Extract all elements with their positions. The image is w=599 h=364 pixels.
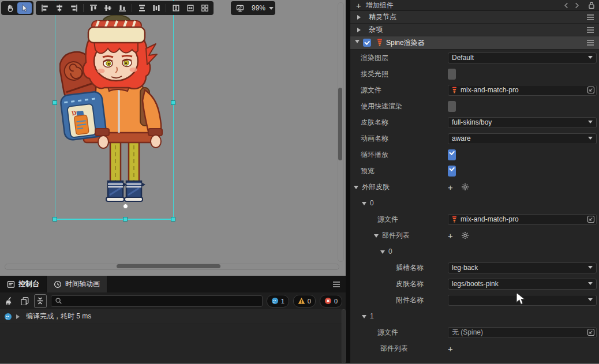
align-vertical-center-button[interactable] [100,2,115,14]
parts-list-group[interactable]: 部件列表 [350,227,599,243]
add-item-button[interactable] [448,183,453,192]
parts-list-empty-group[interactable]: 部件列表 [350,340,599,357]
spine-renderer-header[interactable]: Spine渲染器 [350,36,599,50]
prop-label: 循环播放 [350,150,388,160]
chevron-down-icon [588,121,593,126]
collapse-icon[interactable] [362,315,366,321]
character-sprite[interactable]: Dr [59,15,169,211]
hand-tool-button[interactable] [3,2,17,14]
sprite-node-header[interactable]: 精灵节点 [350,11,599,24]
tool-group-navigation [1,1,33,15]
chevron-down-icon [588,266,593,271]
zoom-level-dropdown[interactable]: 99% [231,1,275,15]
component-enabled-checkbox[interactable] [363,39,371,47]
clock-icon [54,280,62,288]
select-tool-button[interactable] [17,2,32,14]
error-count-badge[interactable]: 0 [320,295,342,307]
clear-console-button[interactable] [3,295,15,307]
history-back-button[interactable] [561,1,571,10]
preview-checkbox[interactable] [448,166,456,177]
asset-picker-icon[interactable] [587,86,595,94]
settings-icon[interactable] [461,231,469,239]
gizmo-handle-bottom-right[interactable] [171,217,175,222]
gizmo-handle-bottom-center[interactable] [123,217,128,222]
tab-console[interactable]: 控制台 [0,276,46,292]
external-skin-item-0[interactable]: 0 [350,195,599,211]
log-entry[interactable]: 编译完成，耗时 5 ms [0,309,346,324]
render-layer-select[interactable]: Default [448,52,597,63]
section-menu-icon[interactable] [587,14,594,20]
lock-icon[interactable] [586,1,597,10]
layout-grid-button[interactable] [197,2,212,14]
tool-group-alignment [36,1,214,15]
collapse-icon[interactable] [380,250,385,256]
external-skin-item-1[interactable]: 1 [350,308,599,324]
prop-label: 插槽名称 [350,263,424,273]
gizmo-handle-mid-right[interactable] [171,100,175,105]
console-menu-icon[interactable] [333,282,340,287]
console-search-input[interactable] [51,295,263,307]
external-source-file-field[interactable]: mix-and-match-pro [448,214,597,225]
part-skin-name-select[interactable]: legs/boots-pink [448,279,597,290]
align-left-button[interactable] [38,2,52,14]
add-item-button[interactable] [448,231,453,240]
prop-label: 动画名称 [350,134,388,144]
slot-name-select[interactable]: leg-back [448,262,597,273]
align-right-button[interactable] [66,2,81,14]
component-menu-icon[interactable] [587,40,594,46]
asset-picker-icon[interactable] [587,215,595,223]
info-icon [4,313,12,321]
loop-checkbox[interactable] [448,149,456,160]
source-file-field[interactable]: mix-and-match-pro [448,85,597,96]
align-bottom-button[interactable] [115,2,129,14]
expand-log-icon[interactable] [16,314,22,319]
anchor-point[interactable] [123,204,128,209]
distribute-horizontal-button[interactable] [149,2,163,14]
stretch-width-button[interactable] [183,2,197,14]
console-tab-bar: 控制台 时间轴动画 [0,276,346,292]
gizmo-left-edge[interactable] [55,0,56,219]
copy-log-button[interactable] [19,295,31,307]
distribute-vertical-button[interactable] [134,2,149,14]
part-item-0[interactable]: 0 [350,243,599,260]
gizmo-bottom-edge[interactable] [55,219,174,220]
animation-name-select[interactable]: aware [448,133,597,144]
scene-viewport[interactable]: Dr [0,0,346,276]
collapse-icon[interactable] [374,234,379,240]
editor-window: Dr [0,0,599,364]
stretch-height-button[interactable] [169,2,183,14]
tab-timeline-animation[interactable]: 时间轴动画 [46,276,107,292]
section-menu-icon[interactable] [587,27,594,33]
add-item-button[interactable] [448,344,453,353]
fast-render-checkbox[interactable] [448,101,456,112]
warning-count-badge[interactable]: 0 [293,295,316,307]
collapse-icon[interactable] [354,186,358,192]
expand-icon[interactable] [357,28,363,32]
info-count-badge[interactable]: 1 [267,295,289,307]
scene-hscrollbar-thumb[interactable] [117,264,220,268]
gizmo-handle-bottom-left[interactable] [53,217,57,222]
collapse-logs-button[interactable] [34,294,47,308]
align-horizontal-center-button[interactable] [52,2,66,14]
console-scrollbar-track[interactable] [342,309,346,363]
skin-name-select[interactable]: full-skins/boy [448,117,597,128]
gizmo-right-edge[interactable] [173,0,174,219]
external-skin-group[interactable]: 外部皮肤 [350,179,599,195]
history-forward-button[interactable] [571,1,582,10]
scene-vscrollbar-thumb[interactable] [338,88,342,160]
asset-picker-icon[interactable] [587,328,595,336]
external-source-file-empty-field[interactable]: 无 (Spine) [448,327,597,338]
panel-splitter[interactable] [346,0,350,364]
expand-icon[interactable] [357,15,363,20]
warning-icon [298,297,305,305]
collapse-icon[interactable] [355,40,360,46]
gizmo-handle-mid-left[interactable] [53,100,57,105]
collapse-icon[interactable] [362,202,366,208]
misc-header[interactable]: 杂项 [350,24,599,36]
align-top-button[interactable] [86,2,100,14]
settings-icon[interactable] [461,183,469,191]
add-component-button[interactable]: 增加组件 [366,1,394,10]
receive-light-checkbox[interactable] [448,69,456,80]
prop-label: 源文件 [350,328,398,337]
inspector-panel: 增加组件 精灵节点 杂项 Spine渲染器 渲染图层 Default [350,0,599,364]
